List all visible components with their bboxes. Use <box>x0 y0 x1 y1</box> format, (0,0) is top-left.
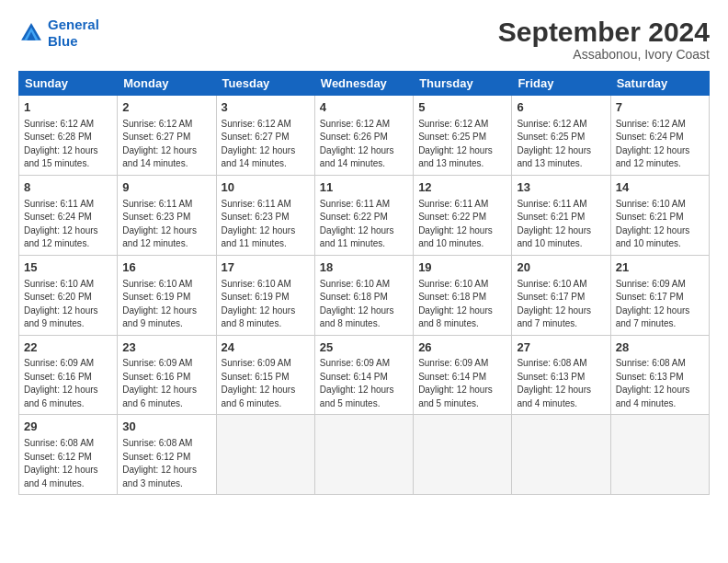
calendar-cell: 1Sunrise: 6:12 AMSunset: 6:28 PMDaylight… <box>19 96 118 176</box>
calendar-header-row: SundayMondayTuesdayWednesdayThursdayFrid… <box>19 72 710 96</box>
day-info: Sunrise: 6:11 AMSunset: 6:21 PMDaylight:… <box>517 198 605 251</box>
weekday-header-friday: Friday <box>512 72 610 96</box>
day-info: Sunrise: 6:10 AMSunset: 6:18 PMDaylight:… <box>418 278 506 331</box>
day-number: 22 <box>24 339 112 357</box>
day-info: Sunrise: 6:09 AMSunset: 6:17 PMDaylight:… <box>616 278 704 331</box>
page: General Blue September 2024 Assabonou, I… <box>0 0 728 563</box>
day-info: Sunrise: 6:10 AMSunset: 6:20 PMDaylight:… <box>24 278 112 331</box>
calendar-cell: 8Sunrise: 6:11 AMSunset: 6:24 PMDaylight… <box>19 175 118 255</box>
day-number: 7 <box>616 99 704 117</box>
day-number: 23 <box>122 339 210 357</box>
day-number: 16 <box>122 259 210 277</box>
day-info: Sunrise: 6:08 AMSunset: 6:12 PMDaylight:… <box>24 437 112 490</box>
calendar-cell: 10Sunrise: 6:11 AMSunset: 6:23 PMDayligh… <box>216 175 314 255</box>
day-number: 20 <box>517 259 605 277</box>
day-info: Sunrise: 6:12 AMSunset: 6:25 PMDaylight:… <box>418 118 506 171</box>
header: General Blue September 2024 Assabonou, I… <box>18 17 710 62</box>
day-info: Sunrise: 6:11 AMSunset: 6:22 PMDaylight:… <box>320 198 408 251</box>
calendar-cell: 28Sunrise: 6:08 AMSunset: 6:13 PMDayligh… <box>610 335 709 415</box>
day-info: Sunrise: 6:12 AMSunset: 6:28 PMDaylight:… <box>24 118 112 171</box>
calendar-cell: 16Sunrise: 6:10 AMSunset: 6:19 PMDayligh… <box>118 255 216 335</box>
calendar-cell: 25Sunrise: 6:09 AMSunset: 6:14 PMDayligh… <box>314 335 413 415</box>
day-number: 1 <box>24 99 112 117</box>
day-info: Sunrise: 6:08 AMSunset: 6:12 PMDaylight:… <box>122 437 210 490</box>
calendar-cell <box>610 415 709 495</box>
weekday-header-tuesday: Tuesday <box>216 72 314 96</box>
calendar-row: 22Sunrise: 6:09 AMSunset: 6:16 PMDayligh… <box>19 335 710 415</box>
day-number: 25 <box>320 339 408 357</box>
calendar-cell: 7Sunrise: 6:12 AMSunset: 6:24 PMDaylight… <box>610 96 709 176</box>
logo-line1: General <box>48 17 99 32</box>
weekday-header-thursday: Thursday <box>414 72 512 96</box>
day-number: 21 <box>616 259 704 277</box>
calendar-cell: 21Sunrise: 6:09 AMSunset: 6:17 PMDayligh… <box>610 255 709 335</box>
calendar-table: SundayMondayTuesdayWednesdayThursdayFrid… <box>18 71 710 495</box>
day-info: Sunrise: 6:08 AMSunset: 6:13 PMDaylight:… <box>616 357 704 410</box>
calendar-row: 15Sunrise: 6:10 AMSunset: 6:20 PMDayligh… <box>19 255 710 335</box>
day-number: 13 <box>517 179 605 197</box>
calendar-cell: 5Sunrise: 6:12 AMSunset: 6:25 PMDaylight… <box>414 96 512 176</box>
weekday-header-monday: Monday <box>118 72 216 96</box>
logo-line2: Blue <box>48 33 99 50</box>
calendar-row: 1Sunrise: 6:12 AMSunset: 6:28 PMDaylight… <box>19 96 710 176</box>
calendar-cell: 19Sunrise: 6:10 AMSunset: 6:18 PMDayligh… <box>414 255 512 335</box>
day-number: 15 <box>24 259 112 277</box>
day-number: 30 <box>122 419 210 436</box>
day-info: Sunrise: 6:11 AMSunset: 6:23 PMDaylight:… <box>222 198 310 251</box>
calendar-cell <box>314 415 413 495</box>
day-info: Sunrise: 6:12 AMSunset: 6:26 PMDaylight:… <box>320 118 408 171</box>
day-number: 12 <box>418 179 506 197</box>
calendar-cell: 6Sunrise: 6:12 AMSunset: 6:25 PMDaylight… <box>512 96 610 176</box>
calendar-cell: 30Sunrise: 6:08 AMSunset: 6:12 PMDayligh… <box>118 415 216 495</box>
day-info: Sunrise: 6:09 AMSunset: 6:15 PMDaylight:… <box>222 357 310 410</box>
day-info: Sunrise: 6:11 AMSunset: 6:22 PMDaylight:… <box>418 198 506 251</box>
day-info: Sunrise: 6:10 AMSunset: 6:17 PMDaylight:… <box>517 278 605 331</box>
calendar-cell: 18Sunrise: 6:10 AMSunset: 6:18 PMDayligh… <box>314 255 413 335</box>
day-info: Sunrise: 6:09 AMSunset: 6:14 PMDaylight:… <box>418 357 506 410</box>
day-info: Sunrise: 6:08 AMSunset: 6:13 PMDaylight:… <box>517 357 605 410</box>
day-info: Sunrise: 6:10 AMSunset: 6:18 PMDaylight:… <box>320 278 408 331</box>
calendar-cell: 13Sunrise: 6:11 AMSunset: 6:21 PMDayligh… <box>512 175 610 255</box>
calendar-cell: 4Sunrise: 6:12 AMSunset: 6:26 PMDaylight… <box>314 96 413 176</box>
location-subtitle: Assabonou, Ivory Coast <box>498 47 710 62</box>
day-number: 2 <box>122 99 210 117</box>
calendar-cell: 3Sunrise: 6:12 AMSunset: 6:27 PMDaylight… <box>216 96 314 176</box>
day-info: Sunrise: 6:09 AMSunset: 6:14 PMDaylight:… <box>320 357 408 410</box>
day-number: 14 <box>616 179 704 197</box>
weekday-header-sunday: Sunday <box>19 72 118 96</box>
day-number: 17 <box>222 259 310 277</box>
month-title: September 2024 <box>498 17 710 47</box>
calendar-cell: 11Sunrise: 6:11 AMSunset: 6:22 PMDayligh… <box>314 175 413 255</box>
day-number: 5 <box>418 99 506 117</box>
day-number: 27 <box>517 339 605 357</box>
calendar-cell: 27Sunrise: 6:08 AMSunset: 6:13 PMDayligh… <box>512 335 610 415</box>
day-info: Sunrise: 6:11 AMSunset: 6:24 PMDaylight:… <box>24 198 112 251</box>
day-info: Sunrise: 6:12 AMSunset: 6:27 PMDaylight:… <box>122 118 210 171</box>
day-info: Sunrise: 6:10 AMSunset: 6:19 PMDaylight:… <box>122 278 210 331</box>
day-info: Sunrise: 6:10 AMSunset: 6:21 PMDaylight:… <box>616 198 704 251</box>
calendar-cell <box>216 415 314 495</box>
title-block: September 2024 Assabonou, Ivory Coast <box>498 17 710 62</box>
day-number: 6 <box>517 99 605 117</box>
weekday-header-saturday: Saturday <box>610 72 709 96</box>
day-number: 29 <box>24 419 112 436</box>
calendar-cell: 26Sunrise: 6:09 AMSunset: 6:14 PMDayligh… <box>414 335 512 415</box>
calendar-cell: 24Sunrise: 6:09 AMSunset: 6:15 PMDayligh… <box>216 335 314 415</box>
calendar-cell: 9Sunrise: 6:11 AMSunset: 6:23 PMDaylight… <box>118 175 216 255</box>
day-number: 9 <box>122 179 210 197</box>
day-number: 24 <box>222 339 310 357</box>
calendar-cell: 20Sunrise: 6:10 AMSunset: 6:17 PMDayligh… <box>512 255 610 335</box>
calendar-cell: 22Sunrise: 6:09 AMSunset: 6:16 PMDayligh… <box>19 335 118 415</box>
calendar-cell <box>414 415 512 495</box>
day-info: Sunrise: 6:12 AMSunset: 6:27 PMDaylight:… <box>222 118 310 171</box>
day-number: 28 <box>616 339 704 357</box>
day-number: 11 <box>320 179 408 197</box>
calendar-cell: 15Sunrise: 6:10 AMSunset: 6:20 PMDayligh… <box>19 255 118 335</box>
day-number: 8 <box>24 179 112 197</box>
day-info: Sunrise: 6:12 AMSunset: 6:24 PMDaylight:… <box>616 118 704 171</box>
calendar-cell: 12Sunrise: 6:11 AMSunset: 6:22 PMDayligh… <box>414 175 512 255</box>
day-info: Sunrise: 6:09 AMSunset: 6:16 PMDaylight:… <box>122 357 210 410</box>
day-number: 3 <box>222 99 310 117</box>
calendar-cell: 2Sunrise: 6:12 AMSunset: 6:27 PMDaylight… <box>118 96 216 176</box>
day-number: 4 <box>320 99 408 117</box>
